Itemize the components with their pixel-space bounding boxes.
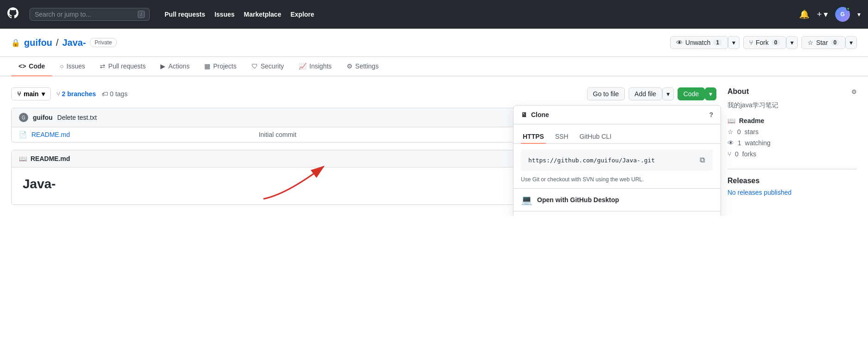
repo-name-link[interactable]: Java-: [62, 37, 86, 48]
eye-stat-icon: 👁: [727, 139, 734, 147]
no-releases-link[interactable]: No releases published: [727, 189, 792, 196]
open-desktop-option[interactable]: 💻 Open with GitHub Desktop: [513, 188, 721, 211]
notifications-button[interactable]: 🔔: [799, 9, 809, 19]
about-stat-forks: ⑂ 0 forks: [727, 150, 857, 158]
download-zip-option[interactable]: 📦 Download ZIP: [513, 211, 721, 216]
tab-actions[interactable]: ▶ Actions: [153, 57, 197, 76]
repo-title: 🔒 guifou / Java- Private: [11, 37, 117, 48]
about-header: About ⚙: [727, 87, 857, 96]
about-section: About ⚙ 我的java学习笔记 📖 Readme ☆ 0 stars 👁 …: [727, 87, 857, 158]
top-navigation: Search or jump to... / Pull requests Iss…: [0, 0, 868, 29]
branch-selector[interactable]: ⑂ main ▾: [11, 87, 51, 100]
unwatch-button[interactable]: 👁 Unwatch 1: [670, 36, 728, 49]
code-icon: <>: [18, 62, 26, 70]
pull-requests-nav-link[interactable]: Pull requests: [161, 8, 209, 21]
add-file-dropdown[interactable]: ▾: [662, 87, 674, 100]
tab-settings[interactable]: ⚙ Settings: [339, 57, 386, 76]
copy-icon: ⧉: [700, 156, 705, 164]
search-box[interactable]: Search or jump to... /: [30, 8, 150, 21]
actions-icon: ▶: [160, 62, 165, 70]
stars-label: stars: [745, 128, 758, 136]
clone-url-row: ⧉: [521, 149, 713, 171]
tab-code[interactable]: <> Code: [11, 57, 52, 76]
marketplace-nav-link[interactable]: Marketplace: [240, 8, 285, 21]
tab-insights-label: Insights: [309, 62, 331, 70]
watching-count: 1: [738, 139, 741, 147]
repo-owner-link[interactable]: guifou: [24, 37, 52, 48]
clone-dropdown-header: 🖥 Clone ?: [513, 105, 721, 124]
tab-insights[interactable]: 📈 Insights: [291, 57, 339, 76]
watch-dropdown-button[interactable]: ▾: [728, 36, 740, 49]
clone-tab-cli[interactable]: GitHub CLI: [578, 130, 613, 144]
forks-label: forks: [742, 150, 756, 158]
tab-pr-label: Pull requests: [108, 62, 146, 70]
fork-label: Fork: [756, 39, 769, 46]
tab-security[interactable]: 🛡 Security: [244, 57, 292, 76]
tab-security-label: Security: [261, 62, 284, 70]
fork-count: 0: [771, 39, 780, 46]
tab-issues-label: Issues: [67, 62, 85, 70]
tags-info: 🏷 0 tags: [102, 90, 128, 98]
stars-count: 0: [737, 128, 741, 136]
file-icon: 📄: [19, 131, 27, 138]
settings-icon: ⚙: [347, 62, 353, 70]
star-group: ☆ Star 0 ▾: [801, 36, 857, 49]
online-dot: [846, 7, 850, 11]
fork-group: ⑂ Fork 0 ▾: [743, 36, 798, 49]
tab-navigation: <> Code ○ Issues ⇄ Pull requests ▶ Actio…: [0, 57, 868, 76]
projects-icon: ▦: [204, 62, 210, 70]
repo-separator: /: [56, 37, 59, 48]
watching-label: watching: [745, 139, 770, 147]
tab-projects[interactable]: ▦ Projects: [197, 57, 244, 76]
create-button[interactable]: + ▾: [817, 9, 828, 19]
code-btn-group: Code ▾ 🖥 Clone ? HTTPS: [678, 87, 716, 100]
desktop-icon: 💻: [521, 194, 532, 205]
star-label: Star: [816, 39, 828, 46]
unwatch-label: Unwatch: [685, 39, 710, 46]
forks-count: 0: [735, 150, 739, 158]
issues-nav-link[interactable]: Issues: [211, 8, 238, 21]
star-icon: ☆: [807, 39, 813, 46]
avatar-chevron-icon[interactable]: ▾: [857, 11, 861, 18]
github-logo-icon[interactable]: [7, 7, 18, 21]
security-icon: 🛡: [251, 62, 258, 70]
branches-link[interactable]: 2 branches: [62, 90, 96, 98]
clone-tab-ssh[interactable]: SSH: [553, 130, 570, 144]
search-placeholder: Search or jump to...: [35, 11, 91, 18]
branch-name: main: [24, 90, 39, 98]
star-count: 0: [831, 39, 839, 46]
about-settings-button[interactable]: ⚙: [851, 88, 857, 95]
fork-button[interactable]: ⑂ Fork 0: [743, 36, 786, 49]
about-title: About: [727, 87, 749, 96]
chevron-down-icon: ▾: [824, 9, 828, 19]
code-button[interactable]: Code: [678, 87, 705, 100]
tab-pull-requests[interactable]: ⇄ Pull requests: [92, 57, 153, 76]
fork-dropdown-button[interactable]: ▾: [786, 36, 798, 49]
sidebar: About ⚙ 我的java学习笔记 📖 Readme ☆ 0 stars 👁 …: [727, 87, 857, 205]
file-browser: ⑂ main ▾ ⑂ 2 branches 🏷 0 tags Go to fil…: [11, 87, 716, 205]
repo-actions: 👁 Unwatch 1 ▾ ⑂ Fork 0 ▾ ☆ Star 0 ▾: [670, 36, 857, 49]
go-to-file-button[interactable]: Go to file: [587, 87, 625, 100]
top-nav-links: Pull requests Issues Marketplace Explore: [161, 8, 318, 21]
private-badge: Private: [90, 38, 117, 47]
file-name-link[interactable]: README.md: [31, 131, 254, 138]
tab-projects-label: Projects: [213, 62, 237, 70]
readme-link[interactable]: Readme: [739, 117, 764, 124]
user-avatar[interactable]: G: [835, 7, 850, 22]
commit-author: guifou: [33, 114, 53, 121]
branch-fork-icon: ⑂: [56, 90, 60, 98]
tab-issues[interactable]: ○ Issues: [52, 57, 92, 76]
about-stat-watching: 👁 1 watching: [727, 139, 857, 147]
about-description: 我的java学习笔记: [727, 101, 857, 110]
star-button[interactable]: ☆ Star 0: [801, 36, 845, 49]
copy-url-button[interactable]: ⧉: [699, 155, 706, 165]
clone-tab-https[interactable]: HTTPS: [521, 130, 546, 144]
explore-nav-link[interactable]: Explore: [287, 8, 318, 21]
code-dropdown-button[interactable]: ▾: [705, 87, 716, 100]
tags-count: 0: [110, 90, 114, 98]
clone-url-input[interactable]: [528, 157, 695, 164]
help-icon[interactable]: ?: [709, 111, 713, 118]
bell-icon: 🔔: [799, 9, 809, 19]
add-file-button[interactable]: Add file: [629, 87, 662, 100]
star-dropdown-button[interactable]: ▾: [845, 36, 857, 49]
